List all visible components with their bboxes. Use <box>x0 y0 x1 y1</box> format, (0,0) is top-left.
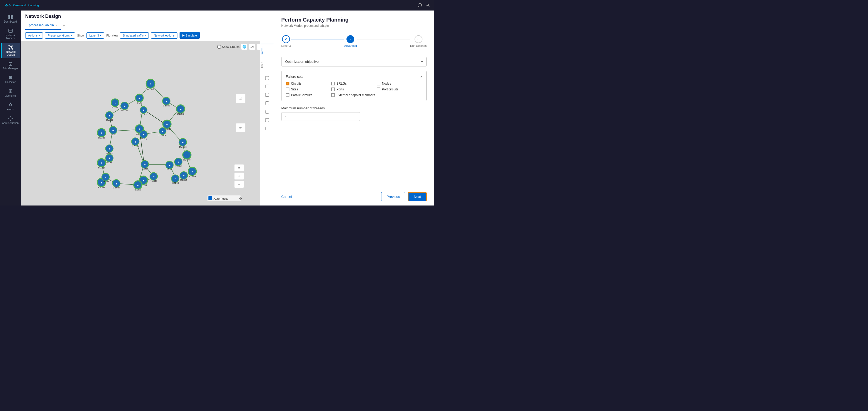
svg-text:?: ? <box>419 4 420 7</box>
optimization-objective-select[interactable]: Optimization objective <box>281 57 427 66</box>
checkbox-ports[interactable]: Ports <box>331 88 377 91</box>
sidebar-item-administration[interactable]: Administration <box>1 114 20 127</box>
step3-circle: 3 <box>414 35 423 43</box>
svg-text:✦: ✦ <box>191 170 193 173</box>
stepper: ✓ Layer 3 2 Advanced 3 Run Settings <box>274 31 434 52</box>
cb3[interactable] <box>265 93 269 97</box>
svg-point-5 <box>5 5 6 6</box>
previous-button[interactable]: Previous <box>381 192 406 201</box>
actions-button[interactable]: Actions ▾ <box>25 32 43 39</box>
svg-text:er1.lax: er1.lax <box>98 136 105 139</box>
svg-text:cr2.sea: cr2.sea <box>113 186 120 189</box>
tab-close-icon[interactable]: × <box>56 24 57 27</box>
svg-text:cr1.bos: cr1.bos <box>180 179 187 181</box>
svg-text:cr1.kcy: cr1.kcy <box>140 137 147 140</box>
svg-text:✦: ✦ <box>143 133 145 136</box>
plot-view-label: Plot view <box>106 34 118 37</box>
cb6[interactable] <box>265 118 269 122</box>
sidebar-item-licensing-label: Licensing <box>5 94 16 97</box>
graph-bottom-tools[interactable]: ≡ + − <box>235 164 244 188</box>
external-endpoint-checkbox-icon[interactable] <box>331 93 335 97</box>
svg-text:✦: ✦ <box>183 174 185 177</box>
simulated-traffic-button[interactable]: Simulated traffic ▾ <box>120 32 149 39</box>
cancel-button[interactable]: Cancel <box>281 193 292 201</box>
port-circuits-label: Port circuits <box>382 88 399 91</box>
svg-text:cr1.sea: cr1.sea <box>102 180 110 183</box>
sidebar-item-network-design[interactable]: Network Design <box>1 43 20 58</box>
srlgs-label: SRLGs <box>337 82 347 86</box>
sidebar-item-dashboard[interactable]: Dashboard <box>1 12 20 25</box>
network-options-button[interactable]: Network options <box>151 32 178 39</box>
sidebar-item-network-models[interactable]: Network Models <box>1 26 20 42</box>
svg-text:✦: ✦ <box>108 157 111 160</box>
svg-text:✦: ✦ <box>100 162 102 164</box>
cb1[interactable] <box>265 76 269 80</box>
interface-tab[interactable]: Interf... <box>260 43 274 57</box>
interface-tab2[interactable]: Interf... <box>260 58 274 70</box>
checkbox-circuits[interactable]: Circuits <box>286 82 331 86</box>
failure-sets-header: Failure sets ∧ <box>286 75 422 78</box>
cb5[interactable] <box>265 110 269 114</box>
svg-rect-12 <box>8 17 10 19</box>
svg-text:cr1.hst: cr1.hst <box>121 109 128 112</box>
nodes-checkbox-icon[interactable] <box>377 82 380 86</box>
svg-text:cr2.mia: cr2.mia <box>163 104 170 107</box>
sidebar-item-network-design-label: Network Design <box>3 51 19 56</box>
checkbox-external-endpoint-members[interactable]: External endpoint members <box>331 93 422 97</box>
topology-icon[interactable]: ⎇ <box>249 43 255 50</box>
checkbox-parallel-circuits[interactable]: Parallel circuits <box>286 93 331 97</box>
svg-text:✦: ✦ <box>165 100 167 103</box>
checkbox-sites[interactable]: Sites <box>286 88 331 91</box>
cb2[interactable] <box>265 85 269 88</box>
svg-text:✏: ✏ <box>239 126 242 130</box>
svg-rect-11 <box>11 15 12 17</box>
simulate-button[interactable]: ▶ Simulate <box>180 32 200 39</box>
globe-icon[interactable]: 🌐 <box>241 43 247 50</box>
next-button[interactable]: Next <box>408 192 427 201</box>
checkbox-port-circuits[interactable]: Port circuits <box>377 88 422 91</box>
svg-point-16 <box>9 45 10 46</box>
port-circuits-checkbox-icon[interactable] <box>377 88 380 91</box>
show-groups-checkbox[interactable] <box>217 45 221 49</box>
svg-point-0 <box>7 5 8 6</box>
ports-checkbox-icon[interactable] <box>331 88 335 91</box>
svg-text:cr2.as: cr2.as <box>141 113 147 116</box>
circuits-label: Circuits <box>291 82 302 86</box>
svg-text:✦: ✦ <box>108 114 111 117</box>
svg-point-2 <box>9 4 9 5</box>
sites-checkbox-icon[interactable] <box>286 88 289 91</box>
sidebar-item-licensing[interactable]: Licensing <box>1 87 20 99</box>
circuits-checkbox-icon[interactable] <box>286 82 289 86</box>
svg-text:cr1.nyc: cr1.nyc <box>175 165 182 167</box>
sidebar-item-alerts-label: Alerts <box>7 108 14 111</box>
cb4[interactable] <box>265 101 269 105</box>
checkbox-nodes[interactable]: Nodes <box>377 82 422 86</box>
failure-sets-collapse-icon[interactable]: ∧ <box>420 75 422 78</box>
svg-text:✦: ✦ <box>100 132 102 134</box>
tab-processed-lab[interactable]: processed-lab.pln × <box>25 21 61 30</box>
srlgs-checkbox-icon[interactable] <box>331 82 335 86</box>
sidebar-item-collector[interactable]: Collector <box>1 73 20 86</box>
show-groups-label[interactable]: Show Groups <box>217 45 240 49</box>
svg-text:cr2.sjc: cr2.sjc <box>106 161 113 164</box>
svg-text:✦: ✦ <box>138 128 141 131</box>
svg-text:✦: ✦ <box>143 109 145 112</box>
max-threads-input[interactable] <box>281 112 360 121</box>
svg-text:−: − <box>238 182 240 186</box>
svg-text:✦: ✦ <box>144 163 146 166</box>
help-icon[interactable]: ? <box>418 3 422 7</box>
user-icon[interactable] <box>426 3 430 7</box>
tab-add-button[interactable]: + <box>61 21 67 30</box>
svg-text:cr1.at: cr1.at <box>137 101 143 104</box>
preset-workflows-button[interactable]: Preset workflows ▾ <box>45 32 75 39</box>
sidebar-item-job-manager[interactable]: Job Manager <box>1 59 20 72</box>
cb7[interactable] <box>265 127 269 130</box>
svg-text:✛: ✛ <box>239 196 242 200</box>
layer3-button[interactable]: Layer 3 ▾ <box>87 32 104 39</box>
svg-point-3 <box>6 5 7 6</box>
tab-bar: processed-lab.pln × + <box>25 21 270 30</box>
sidebar-item-alerts[interactable]: Alerts <box>1 100 20 113</box>
parallel-circuits-checkbox-icon[interactable] <box>286 93 289 97</box>
checkbox-srlgs[interactable]: SRLGs <box>331 82 377 86</box>
svg-text:cr1.chi: cr1.chi <box>150 180 157 182</box>
